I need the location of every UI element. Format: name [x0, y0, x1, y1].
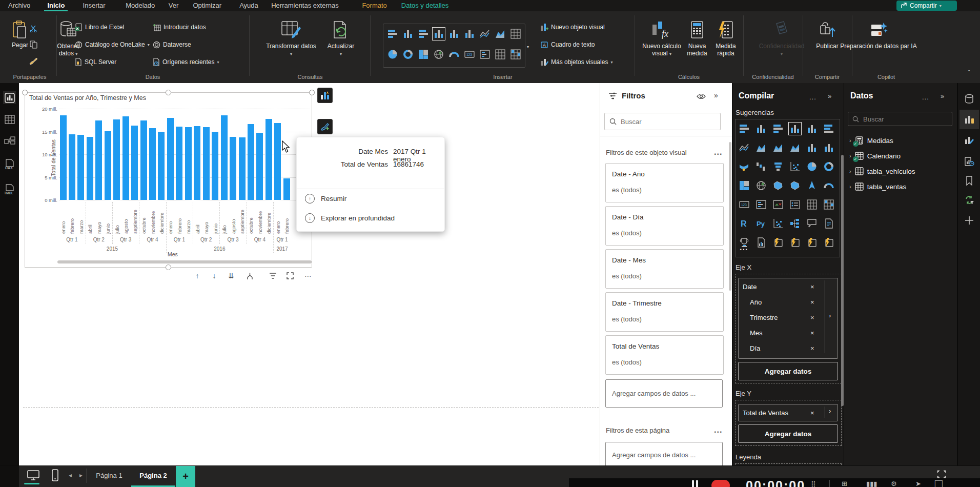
copy-button[interactable]: [30, 40, 37, 49]
enter-data-button[interactable]: Introducir datos: [153, 23, 206, 32]
bar-2016-julio[interactable]: [221, 115, 228, 200]
new-visual-button[interactable]: Nuevo objeto visual: [540, 23, 605, 32]
format-visual-icon[interactable]: [963, 133, 976, 147]
qa-icon[interactable]: [806, 217, 818, 230]
gallery-expand-chevron[interactable]: ▾: [527, 41, 529, 50]
cursor-icon[interactable]: ➤: [915, 480, 921, 487]
bookmarks-icon[interactable]: [963, 174, 976, 188]
gauge-icon[interactable]: [823, 179, 835, 192]
collapse-pane-icon[interactable]: »: [714, 91, 718, 99]
tab-formato[interactable]: Formato: [359, 1, 390, 10]
expand-next-level-icon[interactable]: ⇊: [226, 270, 237, 281]
filter-card-total-de-ventas[interactable]: Total de Ventases (todos): [605, 335, 724, 375]
filter-card-date-trimestre[interactable]: Date - Trimestrees (todos): [605, 292, 724, 332]
line-clustered-column-icon[interactable]: [806, 141, 818, 154]
card-icon[interactable]: 123: [738, 198, 750, 211]
eye-icon[interactable]: [697, 93, 706, 100]
donut-icon[interactable]: [402, 48, 414, 60]
bar-2016-enero[interactable]: [167, 118, 174, 200]
ribbon-icon[interactable]: [738, 160, 750, 173]
bar-2017-enero[interactable]: [274, 123, 281, 200]
remove-field-icon[interactable]: ×: [810, 409, 814, 417]
100-stacked-area-icon[interactable]: [789, 141, 801, 154]
filter-card-date-día[interactable]: Date - Díaes (todos): [605, 206, 724, 246]
expand-chevron-icon[interactable]: ›: [849, 184, 851, 190]
matrix-icon[interactable]: [823, 198, 835, 211]
next-page-arrow[interactable]: ▸: [79, 472, 83, 479]
tab-optimizar[interactable]: Optimizar: [190, 1, 224, 10]
preview-card-icon[interactable]: [772, 236, 784, 249]
new-measure-button[interactable]: Nueva medida: [684, 21, 710, 57]
expand-all-icon[interactable]: [244, 270, 255, 281]
scatter-slicer-icon[interactable]: [772, 217, 784, 230]
transform-data-button[interactable]: Transformar datos ▾: [266, 21, 317, 58]
multi-row-card-icon[interactable]: [479, 48, 491, 60]
add-data-fields-dropzone[interactable]: Agregar campos de datos ...: [605, 379, 723, 408]
focus-mode-icon[interactable]: [284, 270, 296, 281]
field-pill-total de ventas[interactable]: Total de Ventas×: [743, 407, 825, 419]
bar-2015-diciembre[interactable]: [158, 132, 165, 200]
azure-map-icon[interactable]: [806, 179, 818, 192]
field-pill-trimestre[interactable]: Trimestre×: [750, 311, 832, 323]
collapse-pane-icon[interactable]: »: [828, 92, 831, 100]
bar-2016-septiembre[interactable]: [239, 137, 246, 200]
clustered-bar-icon[interactable]: [823, 123, 835, 135]
remove-field-icon[interactable]: ×: [810, 298, 814, 306]
bar-2015-septiembre[interactable]: [131, 126, 138, 200]
bar-2015-junio[interactable]: [105, 131, 111, 200]
grid-icon[interactable]: ⣿: [811, 480, 816, 487]
add-suggested-visual-button[interactable]: [317, 88, 333, 103]
dataverse-button[interactable]: Dataverse: [153, 40, 191, 49]
filter-card-date-año[interactable]: Date - Añoes (todos): [605, 163, 724, 202]
refresh-button[interactable]: Actualizar▾: [321, 21, 361, 58]
area-icon[interactable]: [755, 141, 767, 154]
expand-chevron-icon[interactable]: ›: [849, 153, 851, 159]
preview-visual-icon[interactable]: [789, 236, 801, 249]
tab-ver[interactable]: Ver: [166, 1, 182, 10]
quick-measure-button[interactable]: Medida rápida: [711, 21, 740, 57]
funnel-icon[interactable]: [772, 160, 784, 173]
more-options-icon[interactable]: ...: [714, 425, 722, 435]
map-icon[interactable]: [755, 179, 767, 192]
text-box-button[interactable]: A Cuadro de texto: [540, 40, 595, 49]
field-pill-mes[interactable]: Mes×: [750, 327, 832, 339]
page-tab-2[interactable]: Página 2: [131, 466, 175, 487]
pie-icon[interactable]: [806, 160, 818, 173]
more-options-icon[interactable]: ...: [809, 93, 816, 101]
expand-field-chevron[interactable]: ›: [829, 407, 831, 415]
field-pill-año[interactable]: Año×: [750, 296, 832, 308]
more-options-icon[interactable]: ...: [714, 148, 722, 157]
bar-2015-agosto[interactable]: [122, 116, 129, 200]
pane-scrollbar[interactable]: [729, 142, 731, 291]
table-icon[interactable]: [806, 198, 818, 211]
decomposition-tree-icon[interactable]: [789, 217, 801, 230]
record-icon[interactable]: [711, 480, 730, 487]
bar-2016-diciembre[interactable]: [266, 119, 272, 200]
bar-2017-febrero[interactable]: [283, 178, 290, 200]
expand-field-chevron[interactable]: ›: [829, 312, 831, 319]
smart-narrative-icon[interactable]: [823, 217, 835, 230]
copilot-data-prep-button[interactable]: Preparación de datos par IA: [838, 21, 920, 50]
100-stacked-column-icon[interactable]: [806, 123, 818, 135]
new-visual-calc-button[interactable]: fx Nuevo cálculo visual ▾: [640, 21, 684, 58]
field-pill-día[interactable]: Día×: [750, 342, 832, 354]
pause-icon[interactable]: [692, 480, 694, 487]
filled-map-icon[interactable]: [772, 179, 784, 192]
expand-chevron-icon[interactable]: ›: [849, 137, 851, 144]
drill-down-icon[interactable]: ↓: [209, 270, 220, 281]
filters-search-box[interactable]: Buscar: [604, 113, 721, 130]
resize-handle-top-left[interactable]: [22, 90, 28, 95]
more-visuals-ellipsis[interactable]: ...: [740, 243, 748, 252]
stacked-bar-icon[interactable]: [386, 28, 399, 40]
sync-slicers-icon[interactable]: [963, 193, 976, 207]
performance-analyzer-icon[interactable]: [963, 155, 976, 168]
drill-up-icon[interactable]: ↑: [192, 270, 203, 281]
treemap-icon[interactable]: [417, 48, 430, 60]
line-icon[interactable]: [479, 28, 491, 40]
filter-icon[interactable]: [267, 270, 278, 281]
dax-query-view-icon[interactable]: DAX: [3, 158, 16, 171]
report-canvas[interactable]: Total de Ventas por Año, Trimestre y Mes…: [19, 83, 600, 465]
bar-2015-marzo[interactable]: [77, 135, 84, 200]
line-clustered-column-icon[interactable]: [448, 28, 460, 40]
chart-icon[interactable]: ▮▮▮: [866, 480, 877, 487]
